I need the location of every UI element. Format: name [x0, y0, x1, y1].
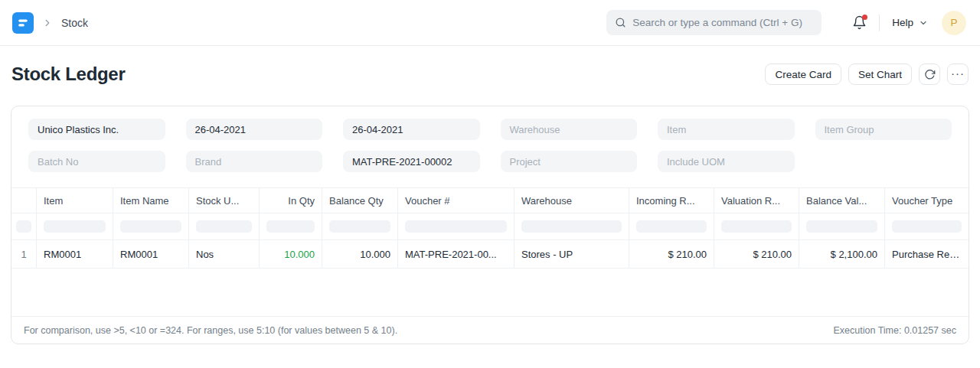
- filter-project[interactable]: Project: [501, 151, 638, 172]
- filter-item-group[interactable]: Item Group: [815, 119, 952, 140]
- column-header-balance_value[interactable]: Balance Val...: [799, 188, 885, 213]
- filter-to-date[interactable]: 26-04-2021: [343, 119, 480, 140]
- column-filter-warehouse[interactable]: [514, 213, 629, 239]
- global-search[interactable]: [606, 10, 822, 35]
- column-header-idx[interactable]: [11, 188, 37, 213]
- cell-valuation_rate[interactable]: $ 210.00: [714, 240, 799, 268]
- filter-from-date[interactable]: 26-04-2021: [186, 119, 323, 140]
- report-table: ItemItem NameStock U...In QtyBalance Qty…: [11, 187, 969, 316]
- filters-section: Unico Plastics Inc.26-04-202126-04-2021W…: [11, 106, 969, 187]
- column-filter-input[interactable]: [44, 220, 106, 233]
- filter-warehouse[interactable]: Warehouse: [501, 119, 638, 140]
- column-header-stock_uom[interactable]: Stock U...: [189, 188, 260, 213]
- menu-button[interactable]: ···: [947, 64, 969, 85]
- column-filter-input[interactable]: [266, 220, 315, 233]
- column-filter-stock_uom[interactable]: [189, 213, 260, 239]
- column-header-item[interactable]: Item: [37, 188, 113, 213]
- cell-item[interactable]: RM0001: [37, 240, 113, 268]
- column-header-balance_qty[interactable]: Balance Qty: [322, 188, 398, 213]
- table-empty-area: [11, 269, 969, 316]
- column-filter-input[interactable]: [521, 220, 622, 233]
- filter-batch-no[interactable]: Batch No: [28, 151, 165, 172]
- create-card-button[interactable]: Create Card: [765, 64, 841, 85]
- column-filter-input[interactable]: [16, 220, 31, 233]
- column-filter-input[interactable]: [721, 220, 792, 233]
- column-header-warehouse[interactable]: Warehouse: [514, 188, 629, 213]
- chevron-down-icon: [919, 18, 928, 28]
- column-filter-input[interactable]: [329, 220, 390, 233]
- cell-item_name[interactable]: RM0001: [113, 240, 189, 268]
- filter-brand[interactable]: Brand: [186, 151, 323, 172]
- user-avatar[interactable]: P: [942, 11, 966, 35]
- column-header-in_qty[interactable]: In Qty: [260, 188, 322, 213]
- cell-voucher_type[interactable]: Purchase Rec...: [885, 240, 969, 268]
- column-filter-input[interactable]: [405, 220, 507, 233]
- filter-hint-text: For comparison, use >5, <10 or =324. For…: [24, 325, 397, 336]
- column-filter-incoming_rate[interactable]: [629, 213, 714, 239]
- notifications-button[interactable]: [852, 15, 867, 30]
- column-filter-item[interactable]: [37, 213, 113, 239]
- navbar-divider: [879, 15, 880, 31]
- column-filter-item_name[interactable]: [113, 213, 189, 239]
- breadcrumb-chevron-icon: [42, 18, 53, 28]
- column-filter-voucher_no[interactable]: [398, 213, 514, 239]
- column-header-item_name[interactable]: Item Name: [113, 188, 189, 213]
- help-menu[interactable]: Help: [892, 17, 928, 28]
- refresh-icon: [924, 69, 936, 80]
- cell-balance_value[interactable]: $ 2,100.00: [799, 240, 885, 268]
- table-row: 1RM0001RM0001Nos10.00010.000MAT-PRE-2021…: [11, 240, 969, 269]
- filter-item[interactable]: Item: [658, 119, 795, 140]
- global-search-input[interactable]: [632, 17, 813, 28]
- refresh-button[interactable]: [919, 64, 940, 85]
- column-filter-input[interactable]: [196, 220, 252, 233]
- cell-balance_qty[interactable]: 10.000: [322, 240, 398, 268]
- column-filter-in_qty[interactable]: [260, 213, 322, 239]
- report-card: Unico Plastics Inc.26-04-202126-04-2021W…: [11, 106, 969, 344]
- filter-company[interactable]: Unico Plastics Inc.: [28, 119, 165, 140]
- column-filter-valuation_rate[interactable]: [714, 213, 799, 239]
- cell-voucher_no[interactable]: MAT-PRE-2021-00...: [398, 240, 514, 268]
- ellipsis-icon: ···: [951, 67, 965, 80]
- help-label: Help: [892, 17, 913, 28]
- column-filter-input[interactable]: [892, 220, 962, 233]
- navbar: Stock Help P: [0, 0, 980, 46]
- column-filter-input[interactable]: [636, 220, 707, 233]
- column-filter-idx[interactable]: [11, 213, 37, 239]
- table-body: 1RM0001RM0001Nos10.00010.000MAT-PRE-2021…: [11, 240, 969, 269]
- filter-voucher-no[interactable]: MAT-PRE-2021-00002: [343, 151, 480, 172]
- cell-in_qty[interactable]: 10.000: [260, 240, 322, 268]
- cell-stock_uom[interactable]: Nos: [189, 240, 260, 268]
- page-head: Stock Ledger Create Card Set Chart ···: [0, 46, 980, 106]
- breadcrumb-stock[interactable]: Stock: [61, 17, 88, 29]
- column-filter-balance_value[interactable]: [799, 213, 885, 239]
- cell-warehouse[interactable]: Stores - UP: [514, 240, 629, 268]
- column-filter-input[interactable]: [806, 220, 877, 233]
- column-filter-balance_qty[interactable]: [322, 213, 398, 239]
- column-filter-input[interactable]: [120, 220, 181, 233]
- column-filter-voucher_type[interactable]: [885, 213, 969, 239]
- column-header-valuation_rate[interactable]: Valuation R...: [714, 188, 799, 213]
- table-header-row: ItemItem NameStock U...In QtyBalance Qty…: [11, 188, 969, 213]
- execution-time: Execution Time: 0.01257 sec: [833, 325, 956, 336]
- app-logo-icon[interactable]: [12, 12, 34, 34]
- set-chart-button[interactable]: Set Chart: [848, 64, 912, 85]
- column-header-voucher_type[interactable]: Voucher Type: [885, 188, 969, 213]
- page-title: Stock Ledger: [11, 64, 125, 85]
- cell-idx[interactable]: 1: [11, 240, 37, 268]
- search-icon: [615, 17, 626, 28]
- cell-incoming_rate[interactable]: $ 210.00: [629, 240, 714, 268]
- report-footer: For comparison, use >5, <10 or =324. For…: [11, 316, 969, 344]
- column-header-incoming_rate[interactable]: Incoming R...: [629, 188, 714, 213]
- table-filter-row: [11, 213, 969, 240]
- filter-include-uom[interactable]: Include UOM: [658, 151, 795, 172]
- column-header-voucher_no[interactable]: Voucher #: [398, 188, 514, 213]
